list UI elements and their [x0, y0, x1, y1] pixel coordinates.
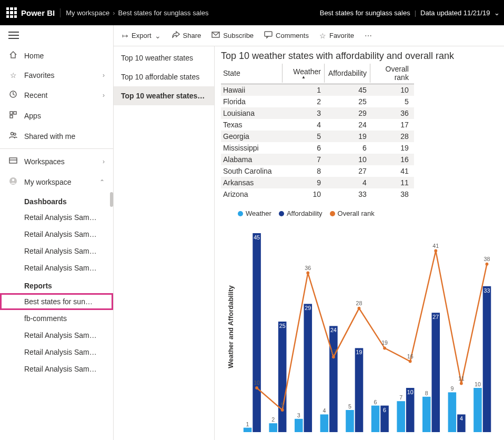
comments-button[interactable]: Comments: [260, 28, 313, 43]
table-cell: 5: [284, 131, 326, 142]
table-cell: 24: [326, 119, 372, 131]
svg-text:38: 38: [484, 256, 490, 262]
table-cell: 27: [326, 165, 372, 177]
table-row[interactable]: Louisiana32936: [221, 107, 414, 119]
table-row[interactable]: Georgia51928: [221, 131, 414, 142]
svg-text:19: 19: [381, 339, 388, 346]
table-row[interactable]: Alabama71016: [221, 154, 414, 165]
report-page-tab[interactable]: Top 10 affordable states: [114, 67, 214, 86]
chevron-right-icon: ›: [103, 92, 105, 99]
table-column-header[interactable]: Weather: [284, 63, 326, 84]
share-icon: [172, 31, 180, 41]
svg-rect-29: [355, 348, 364, 432]
nav-label: My workspace: [24, 178, 71, 186]
table-cell: 10: [284, 188, 326, 200]
svg-point-58: [332, 355, 335, 358]
table-column-header[interactable]: Overall rank: [372, 63, 414, 84]
legend-item[interactable]: Overall rank: [330, 209, 375, 217]
table-row[interactable]: South Carolina82741: [221, 165, 414, 177]
nav-item-apps[interactable]: Apps: [0, 105, 113, 126]
table-cell: Arizona: [221, 188, 284, 200]
table-row[interactable]: Texas42417: [221, 119, 414, 131]
nav-label: Workspaces: [24, 157, 65, 166]
table-column-header[interactable]: State: [221, 63, 284, 84]
nav-item-shared-with-me[interactable]: Shared with me: [0, 126, 113, 146]
svg-point-9: [12, 179, 15, 182]
nav-my-workspace[interactable]: My workspace ⌃: [0, 172, 113, 192]
svg-rect-21: [304, 304, 313, 432]
nav-section-header: Reports: [0, 276, 113, 293]
svg-rect-2: [14, 112, 16, 114]
subscribe-button[interactable]: Subscribe: [207, 28, 258, 43]
svg-rect-28: [346, 410, 354, 432]
nav-subitem[interactable]: Retail Analysis Sam…: [0, 344, 113, 361]
nav-subitem[interactable]: Retail Analysis Sam…: [0, 226, 113, 243]
people-icon: [8, 131, 18, 141]
report-toolbar: ↦ Export ⌄ Share Subscribe Comm: [114, 25, 504, 46]
breadcrumb-item[interactable]: My workspace: [66, 9, 109, 17]
svg-point-62: [383, 346, 386, 349]
legend-label: Weather: [246, 209, 271, 217]
svg-text:10: 10: [407, 389, 414, 395]
toolbar-label: Export: [132, 32, 152, 39]
table-cell: Hawaii: [221, 84, 284, 96]
svg-text:10: 10: [475, 381, 481, 387]
nav-workspaces[interactable]: Workspaces ›: [0, 151, 113, 172]
report-page-tab[interactable]: Top 10 weather states: [114, 48, 214, 67]
svg-text:17: 17: [330, 348, 337, 355]
share-button[interactable]: Share: [167, 28, 206, 43]
svg-text:11: 11: [458, 375, 465, 381]
table-cell: 33: [326, 188, 372, 200]
weather-chart[interactable]: Weather and Affordability 14522532942451…: [221, 222, 498, 432]
table-row[interactable]: Mississippi6619: [221, 142, 414, 154]
nav-item-recent[interactable]: Recent›: [0, 85, 113, 105]
svg-rect-25: [329, 326, 338, 432]
data-updated-label: Data updated 11/21/19: [420, 9, 490, 17]
legend-item[interactable]: Affordability: [279, 209, 322, 217]
nav-item-home[interactable]: Home: [0, 45, 113, 66]
table-cell: 36: [372, 107, 414, 119]
legend-swatch: [238, 211, 243, 216]
more-button[interactable]: ⋯: [360, 29, 376, 42]
svg-rect-48: [473, 388, 482, 432]
brand-label[interactable]: Power BI: [21, 8, 61, 17]
weather-table[interactable]: StateWeatherAffordabilityOverall rank Ha…: [221, 63, 414, 200]
nav-subitem[interactable]: Best states for sun…: [0, 293, 113, 310]
chevron-right-icon: ›: [113, 9, 115, 17]
table-row[interactable]: Arkansas9411: [221, 177, 414, 188]
table-row[interactable]: Hawaii14510: [221, 84, 414, 96]
nav-item-favorites[interactable]: ☆Favorites›: [0, 66, 113, 85]
svg-point-56: [306, 272, 309, 275]
table-row[interactable]: Arizona103338: [221, 188, 414, 200]
table-cell: 29: [326, 107, 372, 119]
nav-label: Shared with me: [24, 132, 75, 141]
table-column-header[interactable]: Affordability: [326, 63, 372, 84]
app-launcher-icon[interactable]: [6, 7, 17, 18]
svg-text:41: 41: [432, 242, 439, 248]
report-page-tab[interactable]: Top 10 weather states w…: [114, 86, 214, 105]
svg-text:8: 8: [425, 390, 428, 396]
nav-collapse-button[interactable]: [8, 32, 19, 39]
nav-subitem[interactable]: Retail Analysis Sam…: [0, 243, 113, 259]
nav-subitem[interactable]: Retail Analysis Sam…: [0, 259, 113, 276]
chart-legend[interactable]: WeatherAffordabilityOverall rank: [221, 209, 498, 217]
svg-rect-20: [295, 419, 303, 432]
legend-item[interactable]: Weather: [238, 209, 271, 217]
nav-subitem[interactable]: Retail Analysis Sam…: [0, 327, 113, 344]
export-button[interactable]: ↦ Export ⌄: [118, 29, 165, 42]
data-updated-dropdown[interactable]: Data updated 11/21/19 ⌄: [420, 9, 500, 17]
svg-rect-49: [483, 286, 491, 432]
legend-label: Overall rank: [338, 209, 375, 217]
nav-subitem[interactable]: Retail Analysis Sam…: [0, 361, 113, 377]
comment-icon: [264, 31, 273, 41]
chevron-down-icon: ⌄: [494, 9, 500, 17]
table-cell: 38: [372, 188, 414, 200]
table-cell: 16: [372, 154, 414, 165]
favorite-button[interactable]: ☆ Favorite: [315, 29, 358, 42]
svg-text:33: 33: [484, 287, 490, 294]
svg-text:45: 45: [254, 234, 260, 241]
nav-subitem[interactable]: Retail Analysis Sam…: [0, 209, 113, 226]
breadcrumb-item[interactable]: Best states for sunglass sales: [118, 9, 209, 17]
nav-subitem[interactable]: fb-comments: [0, 310, 113, 327]
table-row[interactable]: Florida2255: [221, 96, 414, 107]
